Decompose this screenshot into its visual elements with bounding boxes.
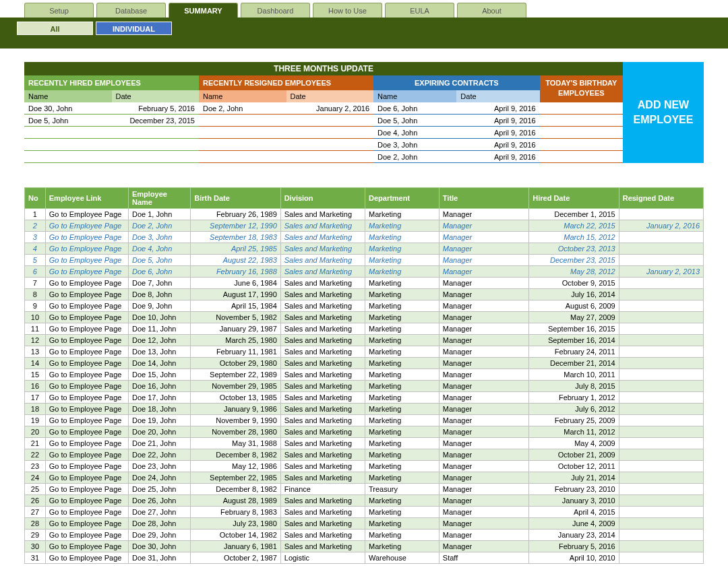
cell-department: Marketing xyxy=(365,541,439,552)
cell-name: Doe 5, John xyxy=(373,115,456,126)
cell-name: Doe 10, John xyxy=(128,312,190,323)
cell-birth: October 2, 1987 xyxy=(191,552,280,564)
employee-link[interactable]: Go to Employee Page xyxy=(45,232,128,243)
employee-link[interactable]: Go to Employee Page xyxy=(45,404,128,415)
cell-title: Manager xyxy=(439,323,528,335)
cell-division: Sales and Marketing xyxy=(280,323,365,335)
employee-link[interactable]: Go to Employee Page xyxy=(45,243,128,255)
cell-division: Sales and Marketing xyxy=(280,266,365,278)
cell-division: Sales and Marketing xyxy=(280,289,365,300)
employee-link[interactable]: Go to Employee Page xyxy=(45,495,128,507)
cell-department: Marketing xyxy=(365,472,439,484)
employee-link[interactable]: Go to Employee Page xyxy=(45,484,128,495)
cell-hired: February 1, 2012 xyxy=(529,392,619,404)
employee-link[interactable]: Go to Employee Page xyxy=(45,369,128,381)
cell-division: Sales and Marketing xyxy=(280,346,365,358)
cell-department: Marketing xyxy=(365,404,439,415)
cell-date xyxy=(112,127,200,138)
employee-link[interactable]: Go to Employee Page xyxy=(45,335,128,346)
employee-link[interactable]: Go to Employee Page xyxy=(45,209,128,220)
resigned-col-name: Name xyxy=(199,90,286,102)
table-row: 20Go to Employee PageDoe 20, JohnNovembe… xyxy=(25,426,704,438)
section-row xyxy=(24,127,199,139)
employee-link[interactable]: Go to Employee Page xyxy=(45,518,128,530)
cell-no: 21 xyxy=(25,438,46,449)
section-row: Doe 6, JohnApril 9, 2016 xyxy=(373,102,540,115)
cell-resigned xyxy=(619,312,703,323)
cell-resigned xyxy=(619,426,703,438)
cell-birth: November 9, 1990 xyxy=(191,415,280,426)
employee-link[interactable]: Go to Employee Page xyxy=(45,323,128,335)
cell-hired: September 16, 2014 xyxy=(529,335,619,346)
employee-link[interactable]: Go to Employee Page xyxy=(45,255,128,266)
tab-eula[interactable]: EULA xyxy=(385,3,454,18)
header-title: Title xyxy=(439,188,528,209)
employee-link[interactable]: Go to Employee Page xyxy=(45,289,128,300)
cell-date xyxy=(286,115,374,126)
header-resigned-date: Resigned Date xyxy=(619,188,703,209)
employee-link[interactable]: Go to Employee Page xyxy=(45,541,128,552)
cell-birth: February 16, 1988 xyxy=(191,266,280,278)
employee-link[interactable]: Go to Employee Page xyxy=(45,530,128,541)
cell-resigned xyxy=(619,461,703,472)
tab-summary[interactable]: SUMMARY xyxy=(169,3,238,18)
cell-title: Manager xyxy=(439,392,528,404)
tab-database[interactable]: Database xyxy=(96,3,166,18)
section-row: Doe 2, JohnJanuary 2, 2016 xyxy=(199,102,373,115)
table-row: 21Go to Employee PageDoe 21, JohnMay 31,… xyxy=(25,438,704,449)
cell-no: 11 xyxy=(25,323,46,335)
cell-resigned: January 2, 2016 xyxy=(619,220,703,232)
employee-link[interactable]: Go to Employee Page xyxy=(45,266,128,278)
section-row xyxy=(540,102,623,115)
subtab-all[interactable]: All xyxy=(17,22,93,35)
employee-link[interactable]: Go to Employee Page xyxy=(45,220,128,232)
cell-department: Marketing xyxy=(365,381,439,392)
hired-col-date: Date xyxy=(112,90,200,102)
employee-link[interactable]: Go to Employee Page xyxy=(45,552,128,564)
add-new-employee-button[interactable]: ADD NEW EMPLOYEE xyxy=(623,62,704,163)
subtab-individual[interactable]: INDIVIDUAL xyxy=(96,22,172,35)
cell-title: Manager xyxy=(439,415,528,426)
table-row: 18Go to Employee PageDoe 18, JohnJanuary… xyxy=(25,404,704,415)
employee-link[interactable]: Go to Employee Page xyxy=(45,392,128,404)
cell-department: Marketing xyxy=(365,415,439,426)
cell-no: 4 xyxy=(25,243,46,255)
section-row xyxy=(24,151,199,163)
tab-how-to-use[interactable]: How to Use xyxy=(313,3,382,18)
employee-link[interactable]: Go to Employee Page xyxy=(45,300,128,312)
employee-link[interactable]: Go to Employee Page xyxy=(45,438,128,449)
cell-department: Marketing xyxy=(365,530,439,541)
cell-division: Finance xyxy=(280,484,365,495)
cell-division: Sales and Marketing xyxy=(280,255,365,266)
tab-dashboard[interactable]: Dashboard xyxy=(241,3,310,18)
cell-hired: March 11, 2012 xyxy=(529,426,619,438)
cell-date xyxy=(112,139,200,150)
employee-link[interactable]: Go to Employee Page xyxy=(45,381,128,392)
employee-link[interactable]: Go to Employee Page xyxy=(45,461,128,472)
cell-division: Sales and Marketing xyxy=(280,461,365,472)
sheet-tabs: SetupDatabaseSUMMARYDashboardHow to UseE… xyxy=(24,3,728,18)
employee-link[interactable]: Go to Employee Page xyxy=(45,415,128,426)
cell-resigned xyxy=(619,358,703,369)
table-row: 26Go to Employee PageDoe 26, JohnAugust … xyxy=(25,495,704,507)
cell-hired: July 21, 2014 xyxy=(529,472,619,484)
cell-hired: March 10, 2011 xyxy=(529,369,619,381)
employee-link[interactable]: Go to Employee Page xyxy=(45,472,128,484)
employee-link[interactable]: Go to Employee Page xyxy=(45,449,128,461)
employee-link[interactable]: Go to Employee Page xyxy=(45,278,128,289)
employee-link[interactable]: Go to Employee Page xyxy=(45,312,128,323)
hired-header: RECENTLY HIRED EMPLOYEES xyxy=(24,75,199,90)
employee-link[interactable]: Go to Employee Page xyxy=(45,507,128,518)
tab-about[interactable]: About xyxy=(457,3,526,18)
cell-birth: April 15, 1984 xyxy=(191,300,280,312)
cell-title: Manager xyxy=(439,495,528,507)
cell-birth: January 29, 1987 xyxy=(191,323,280,335)
tab-setup[interactable]: Setup xyxy=(24,3,94,18)
table-row: 6Go to Employee PageDoe 6, JohnFebruary … xyxy=(25,266,704,278)
employee-link[interactable]: Go to Employee Page xyxy=(45,426,128,438)
cell-name xyxy=(199,115,286,126)
employee-link[interactable]: Go to Employee Page xyxy=(45,358,128,369)
cell-no: 13 xyxy=(25,346,46,358)
cell-date: December 23, 2015 xyxy=(112,115,200,126)
employee-link[interactable]: Go to Employee Page xyxy=(45,346,128,358)
